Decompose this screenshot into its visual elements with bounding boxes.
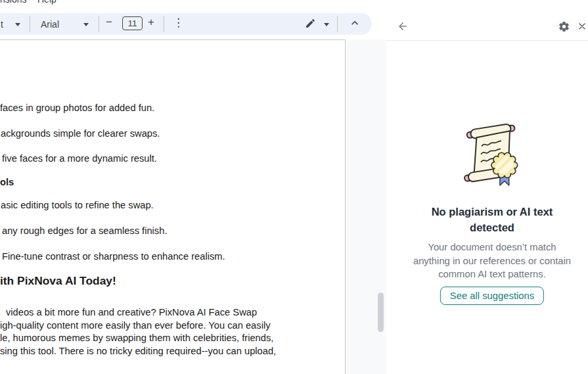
app-window: Extensions Help t Arial − 11 + ⋮ faces i… bbox=[0, 0, 588, 374]
panel-description-line: anything in our references or contain bbox=[386, 254, 588, 268]
toolbar: t Arial − 11 + ⋮ bbox=[0, 9, 386, 39]
doc-line: Fine-tune contrast or sharpness to enhan… bbox=[2, 251, 225, 262]
panel-heading: No plagiarism or AI text detected bbox=[386, 204, 588, 235]
panel-description: Your document doesn’t match anything in … bbox=[386, 241, 588, 281]
doc-line: any rough edges for a seamless finish. bbox=[2, 225, 167, 236]
toolbar-divider bbox=[337, 16, 338, 32]
menu-extensions[interactable]: Extensions bbox=[0, 0, 26, 5]
doc-heading-fragment: ols bbox=[0, 177, 14, 187]
doc-line: le, humorous memes by swapping them with… bbox=[0, 333, 273, 343]
doc-line: sing this tool. There is no tricky editi… bbox=[0, 346, 276, 356]
menu-help[interactable]: Help bbox=[37, 0, 57, 5]
see-all-suggestions-button[interactable]: See all suggestions bbox=[440, 287, 544, 305]
doc-line: asic editing tools to refine the swap. bbox=[1, 200, 154, 210]
panel-description-line: common AI text patterns. bbox=[386, 268, 588, 281]
scroll-certificate-illustration bbox=[457, 118, 527, 189]
panel-heading-line: No plagiarism or AI text bbox=[386, 204, 588, 220]
pen-mode-icon[interactable] bbox=[305, 18, 316, 32]
settings-gear-icon[interactable] bbox=[554, 17, 573, 35]
styles-dropdown[interactable]: t bbox=[1, 19, 3, 30]
increase-font-size-button[interactable]: + bbox=[148, 16, 154, 29]
document-scrollbar-thumb[interactable] bbox=[378, 292, 384, 332]
suggestions-panel: No plagiarism or AI text detected Your d… bbox=[386, 0, 588, 374]
doc-line: videos a bit more fun and creative? PixN… bbox=[6, 307, 257, 317]
pen-mode-caret-icon[interactable] bbox=[324, 23, 329, 26]
panel-description-line: Your document doesn’t match bbox=[386, 241, 588, 254]
doc-line: faces in group photos for added fun. bbox=[0, 103, 154, 113]
styles-caret-icon[interactable] bbox=[15, 23, 20, 26]
toolbar-divider bbox=[30, 16, 30, 32]
doc-line: five faces for a more dynamic result. bbox=[2, 153, 157, 164]
back-arrow-icon[interactable] bbox=[394, 17, 412, 35]
panel-heading-line: detected bbox=[386, 220, 588, 235]
font-size-input[interactable]: 11 bbox=[122, 16, 143, 30]
toolbar-divider bbox=[164, 16, 164, 32]
font-caret-icon[interactable] bbox=[83, 23, 89, 26]
document-page[interactable]: faces in group photos for added fun. ack… bbox=[0, 39, 346, 374]
doc-line: ackgrounds simple for clearer swaps. bbox=[1, 128, 160, 139]
more-options-icon[interactable]: ⋮ bbox=[173, 15, 184, 31]
doc-heading-fragment: ith PixNova AI Today! bbox=[0, 274, 116, 288]
menubar: Extensions Help bbox=[0, 0, 386, 9]
close-icon[interactable] bbox=[573, 17, 588, 35]
toolbar-divider bbox=[99, 16, 99, 32]
decrease-font-size-button[interactable]: − bbox=[106, 16, 112, 29]
collapse-toolbar-icon[interactable] bbox=[348, 16, 361, 32]
document-canvas: faces in group photos for added fun. ack… bbox=[0, 39, 386, 374]
font-family-dropdown[interactable]: Arial bbox=[41, 19, 59, 30]
doc-line: igh-quality content more easily than eve… bbox=[0, 320, 271, 331]
panel-header bbox=[386, 0, 588, 41]
